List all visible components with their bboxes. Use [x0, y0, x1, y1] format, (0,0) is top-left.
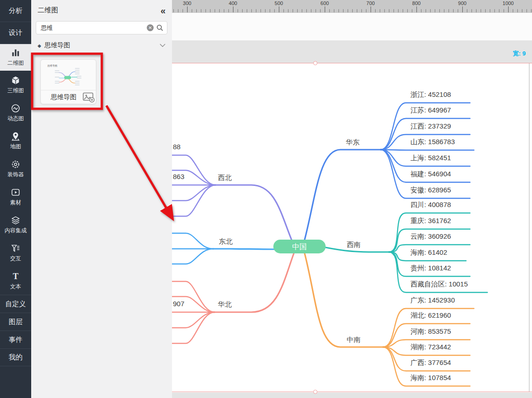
card-bottom-row: 思维导图: [41, 90, 96, 104]
mindmap-node-huadong[interactable]: 江西: 237329: [410, 122, 451, 130]
search-icon[interactable]: [156, 24, 163, 31]
sidebar-item-label: 图层: [9, 318, 22, 326]
mindmap-node-xinan[interactable]: 四川: 400878: [410, 201, 451, 208]
mindmap-branch-label-xinan[interactable]: 西南: [347, 241, 360, 248]
sidebar-item-interaction[interactable]: 交互: [0, 239, 31, 267]
sidebar-item-chart-3d[interactable]: 三维图: [0, 71, 31, 99]
diamond-icon: ◆: [38, 43, 41, 48]
bar-chart-icon: [11, 48, 21, 58]
component-panel: 二维图 « ✕ ◆ 思维导图 思维导图: [31, 0, 172, 398]
sidebar-item-label: 地图: [10, 143, 21, 151]
svg-text:T: T: [13, 271, 18, 280]
mindmap-node-zhongnan[interactable]: 海南: 107854: [410, 374, 451, 381]
cube-icon: [11, 75, 21, 85]
sidebar-item-label: 装饰器: [7, 171, 24, 179]
mindmap-node-zhongnan[interactable]: 广东: 1452930: [410, 296, 455, 304]
sidebar-item-layer[interactable]: 图层: [0, 313, 31, 331]
sidebar-item-label: 分析: [9, 6, 22, 15]
mindmap-branch-label-dongbei[interactable]: 东北: [219, 237, 233, 245]
sidebar-item-chart-2d[interactable]: 二维图: [0, 44, 31, 71]
mindmap-node-zhongnan[interactable]: 湖南: 723442: [410, 343, 451, 351]
mindmap-node-huadong[interactable]: 山东: 1586783: [410, 138, 455, 146]
branch-xibei: 88863西北: [172, 143, 292, 240]
letter-t-icon: T: [11, 271, 21, 281]
chevron-down-icon[interactable]: [160, 44, 166, 47]
add-to-canvas-icon[interactable]: [83, 92, 95, 103]
branch-xinan: 四川: 400878重庆: 361762云南: 360926海南: 61402贵…: [326, 201, 488, 292]
mindmap-branch-label-huabei[interactable]: 华北: [217, 300, 232, 308]
card-label: 思维导图: [44, 93, 83, 101]
sidebar-item-label: 文本: [10, 283, 21, 291]
mindmap-node-xinan[interactable]: 西藏自治区: 10015: [410, 280, 468, 288]
mindmap-thumbnail-card[interactable]: 思维导图 思维导图: [40, 59, 96, 104]
mindmap-node-huadong[interactable]: 上海: 582451: [410, 154, 451, 162]
mindmap-node-huadong[interactable]: 浙江: 452108: [410, 90, 451, 98]
mindmap-node-zhongnan[interactable]: 广西: 377654: [410, 359, 451, 366]
sidebar-item-label: 三维图: [7, 87, 24, 95]
sidebar-item-dynamic-chart[interactable]: 动态图: [0, 99, 31, 127]
sidebar-item-custom[interactable]: 自定义: [0, 295, 31, 313]
mindmap-node-zhongnan[interactable]: 湖北: 621960: [410, 311, 451, 319]
sidebar-item-label: 我的: [9, 353, 22, 362]
mindmap-node-huadong[interactable]: 福建: 546904: [410, 170, 451, 178]
mindmap-root-label[interactable]: 中国: [292, 243, 307, 251]
sidebar-item-decorator[interactable]: 装饰器: [0, 155, 31, 183]
selection-handle-bottom[interactable]: [313, 390, 317, 394]
sidebar-item-label: 交互: [10, 255, 21, 263]
play-icon: [11, 187, 21, 197]
sidebar-item-content-integration[interactable]: 内容集成: [0, 211, 31, 239]
sidebar-item-design[interactable]: 设计: [0, 22, 31, 44]
branch-dongbei: 东北: [172, 233, 274, 264]
sidebar-item-label: 自定义: [6, 300, 26, 308]
layers-icon: [11, 215, 21, 225]
sidebar-item-label: 内容集成: [5, 227, 27, 235]
sidebar-item-analysis[interactable]: 分析: [0, 0, 31, 22]
mindmap-node-xinan[interactable]: 贵州: 108142: [410, 264, 451, 272]
sidebar-item-event[interactable]: 事件: [0, 331, 31, 348]
section-label: 思维导图: [44, 41, 156, 50]
app-window: 分析设计二维图三维图动态图地图装饰器素材内容集成交互T文本自定义图层事件我的 二…: [0, 0, 532, 398]
sidebar-item-map[interactable]: 地图: [0, 127, 31, 155]
sidebar-item-label: 动态图: [7, 115, 24, 123]
sidebar-item-label: 事件: [9, 336, 22, 344]
mindmap-branch-label-zhongnan[interactable]: 中南: [347, 336, 360, 343]
collapse-panel-icon[interactable]: «: [161, 7, 166, 14]
panel-title: 二维图: [38, 6, 58, 15]
section-header-mindmap[interactable]: ◆ 思维导图: [31, 34, 172, 50]
sidebar-item-label: 设计: [9, 28, 22, 37]
svg-text:思维导图: 思维导图: [47, 64, 57, 67]
selection-top-edge: [172, 63, 532, 63]
mindmap-chart[interactable]: 浙江: 452108江苏: 649967江西: 237329山东: 158678…: [172, 0, 532, 398]
mindmap-node-huadong[interactable]: 安徽: 628965: [410, 186, 451, 194]
sidebar-item-label: 素材: [10, 199, 21, 207]
sidebar-item-label: 二维图: [7, 59, 24, 67]
sidebar: 分析设计二维图三维图动态图地图装饰器素材内容集成交互T文本自定义图层事件我的: [0, 0, 31, 398]
mindmap-branch-label-xibei[interactable]: 西北: [218, 174, 232, 181]
mindmap-node-xinan[interactable]: 云南: 360926: [410, 232, 451, 240]
mindmap-branch-label-huadong[interactable]: 华东: [345, 138, 360, 146]
design-canvas[interactable]: 3004005006007008009001000 宽: 9 浙江: 45210…: [172, 0, 532, 398]
mindmap-thumbnail: 思维导图: [44, 62, 93, 90]
selection-handle-top[interactable]: [313, 61, 317, 65]
mindmap-node-huadong[interactable]: 江苏: 649967: [410, 106, 451, 114]
gear-icon: [11, 159, 21, 169]
mindmap-node-xinan[interactable]: 重庆: 361762: [410, 217, 451, 224]
map-pin-icon: [11, 131, 21, 141]
panel-header: 二维图 «: [31, 0, 172, 17]
mindmap-node-xibei[interactable]: 863: [173, 173, 184, 180]
clear-search-icon[interactable]: ✕: [147, 24, 154, 31]
mindmap-node-xibei[interactable]: 88: [173, 143, 181, 151]
search-box[interactable]: ✕: [36, 21, 167, 34]
branch-huabei: 907华北: [172, 253, 294, 343]
mindmap-node-zhongnan[interactable]: 河南: 853575: [410, 327, 451, 335]
sidebar-item-mine[interactable]: 我的: [0, 348, 31, 366]
mindmap-node-xinan[interactable]: 海南: 61402: [410, 248, 447, 256]
search-input[interactable]: [40, 24, 144, 32]
sidebar-item-text[interactable]: T文本: [0, 267, 31, 295]
selection-bottom-edge: [172, 392, 532, 392]
branch-zhongnan: 广东: 1452930湖北: 621960河南: 853575湖南: 72344…: [305, 253, 474, 386]
wave-icon: [11, 103, 21, 113]
mindmap-node-huabei[interactable]: 907: [173, 300, 184, 308]
funnel-icon: [11, 243, 21, 253]
sidebar-item-material[interactable]: 素材: [0, 183, 31, 211]
